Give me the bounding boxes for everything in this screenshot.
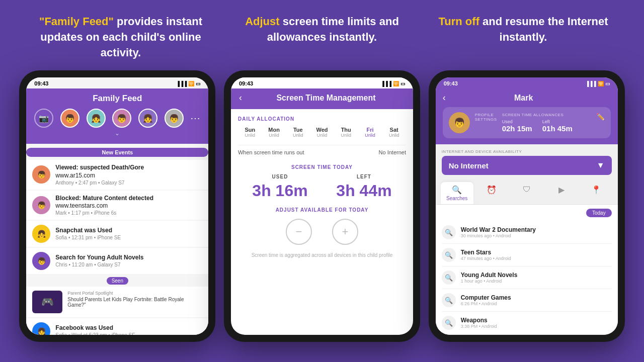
camera-icon[interactable]: 📷 [34, 109, 53, 128]
stt-used: USED 3h 16m [252, 174, 307, 200]
wifi-icon: 🛜 [188, 81, 194, 86]
avatar-1[interactable]: 👦 [60, 109, 79, 128]
day-mon-sub: Unlid [262, 133, 286, 138]
search-title-5: Weapons [461, 317, 497, 324]
internet-headline: Turn off and resume the Internet instant… [433, 14, 614, 45]
feed-sub-4: Chris • 11:20 am • Galaxy S7 [55, 262, 202, 267]
mark-info: PROFILESETTINGS SCREEN TIME ALLOWANCES U… [475, 113, 605, 133]
search-title-4: Computer Games [461, 294, 511, 301]
battery-icon3: ▭ [605, 81, 610, 86]
spotlight-item[interactable]: 🎮 Parent Portal Spotlight Should Parents… [26, 287, 208, 317]
profile-settings-label: PROFILESETTINGS [475, 113, 497, 122]
spotlight-label: Parent Portal Spotlight [67, 291, 202, 296]
day-thu-sub: Unlid [334, 133, 358, 138]
feed-title-2: Blocked: Mature Content detectedwww.teen… [55, 195, 202, 210]
st-row: Used 02h 15m Left 01h 45m [502, 119, 591, 133]
headline3-highlight: Turn off [439, 15, 479, 28]
screen-time-content: DAILY ALLOCATION Sun Unlid Mon Unlid Tue… [231, 109, 413, 335]
day-thu: Thu Unlid [334, 127, 358, 138]
minus-button[interactable]: − [286, 219, 312, 245]
screen-out-value: No Internet [379, 149, 406, 155]
tab-shield[interactable]: 🛡 [510, 182, 543, 204]
feed-title-4: Search for Young Adult Novels [55, 254, 202, 262]
wifi-icon2: 🛜 [393, 81, 399, 86]
spotlight-title: Should Parents Let Kids Play Fortnite: B… [67, 297, 202, 308]
days-row: Sun Unlid Mon Unlid Tue Unlid Wed Unlid [238, 127, 406, 138]
plus-button[interactable]: + [332, 219, 358, 245]
phone1-status-icons: ▐▐▐ 🛜 ▭ [176, 81, 200, 86]
feed-item-2[interactable]: 👦 Blocked: Mature Content detectedwww.te… [26, 191, 208, 220]
phones-row: 09:43 ▐▐▐ 🛜 ▭ Family Feed 📷 👦 👧 👦 👧 👦 [0, 70, 644, 362]
searches-content: Today 🔍 World War 2 Documentary 30 minut… [436, 205, 618, 335]
feed-avatar-2: 👦 [32, 196, 50, 214]
battery-icon2: ▭ [400, 81, 405, 86]
search-item-5[interactable]: 🔍 Weapons 3:38 PM • Android [442, 312, 612, 334]
tab-video[interactable]: ▶ [545, 182, 578, 204]
screen-time-app-header: ‹ Screen Time Management [231, 88, 413, 109]
avatar-5[interactable]: 👦 [165, 109, 184, 128]
edit-icon[interactable]: ✏️ [596, 113, 605, 121]
search-icon-3: 🔍 [442, 270, 456, 285]
feed-item-1[interactable]: 👦 Viewed: suspected Death/Gorewww.ar15.c… [26, 160, 208, 189]
battery-icon: ▭ [196, 81, 200, 86]
facebook-text: Facebook was Used Sofia • Wed at 6:23 pm… [55, 324, 202, 335]
avatars-row: 📷 👦 👧 👦 👧 👦 ⋯ [34, 109, 200, 128]
spotlight-text-block: Parent Portal Spotlight Should Parents L… [67, 291, 202, 313]
family-feed-title: Family Feed [34, 94, 200, 104]
search-item-1[interactable]: 🔍 World War 2 Documentary 30 minutes ago… [442, 221, 612, 244]
new-events-badge: New Events [26, 148, 208, 157]
stt-label: SCREEN TIME TODAY [238, 164, 406, 170]
internet-section: INTERNET AND DEVICE AVAILABILITY No Inte… [436, 144, 618, 179]
search-title-2: Teen Stars [461, 249, 511, 256]
internet-dropdown[interactable]: No Internet ▼ [442, 156, 612, 175]
search-item-4[interactable]: 🔍 Computer Games 6:26 PM • Android [442, 289, 612, 312]
headline2-rest: screen time limits and allowances instan… [267, 15, 399, 43]
wifi-icon3: 🛜 [598, 81, 604, 86]
phone1-inner: 09:43 ▐▐▐ 🛜 ▭ Family Feed 📷 👦 👧 👦 👧 👦 [26, 77, 208, 335]
screen-out-row: When screen time runs out No Internet [238, 145, 406, 159]
tab-location[interactable]: 📍 [580, 182, 612, 204]
search-item-3[interactable]: 🔍 Young Adult Novels 1 hour ago • Androi… [442, 266, 612, 289]
feed-item-3[interactable]: 👧 Snapchat was Used Sofia • 12:31 pm • i… [26, 221, 208, 247]
stt-left-label: LEFT [336, 174, 391, 179]
st-allowances-label: SCREEN TIME ALLOWANCES [502, 113, 591, 117]
search-sub-3: 1 hour ago • Android [461, 279, 518, 284]
day-fri[interactable]: Fri Unlid [358, 127, 382, 138]
phone2-status-bar: 09:43 ▐▐▐ 🛜 ▭ [231, 77, 413, 88]
phone-mark: 09:43 ▐▐▐ 🛜 ▭ ‹ Mark 👦 [429, 70, 625, 342]
facebook-item[interactable]: 👧 Facebook was Used Sofia • Wed at 6:23 … [26, 318, 208, 335]
day-fri-sub: Unlid [358, 133, 382, 138]
feed-text-3: Snapchat was Used Sofia • 12:31 pm • iPh… [55, 227, 202, 240]
phone1-time: 09:43 [34, 80, 48, 86]
search-icon-1: 🔍 [442, 225, 456, 239]
search-item-2[interactable]: 🔍 Teen Stars 47 minutes ago • Android [442, 244, 612, 266]
avatar-4[interactable]: 👧 [138, 109, 157, 128]
feed-content: New Events 👦 Viewed: suspected Death/Gor… [26, 144, 208, 335]
avatar-2[interactable]: 👧 [87, 109, 106, 128]
search-text-4: Computer Games 6:26 PM • Android [461, 294, 511, 306]
phone-family-feed: 09:43 ▐▐▐ 🛜 ▭ Family Feed 📷 👦 👧 👦 👧 👦 [19, 70, 215, 342]
profile-settings-section: PROFILESETTINGS [475, 113, 497, 124]
family-feed-app-header: Family Feed 📷 👦 👧 👦 👧 👦 ⋯ ⌄ [26, 88, 208, 144]
headline2-highlight: Adjust [245, 15, 279, 28]
facebook-meta: Sofia • Wed at 6:23 pm • iPhone SE [55, 332, 202, 335]
day-wed: Wed Unlid [310, 127, 334, 138]
tab-clock[interactable]: ⏰ [475, 182, 508, 204]
feed-sub-3: Sofia • 12:31 pm • iPhone SE [55, 235, 202, 240]
feed-item-4[interactable]: 👦 Search for Young Adult Novels Chris • … [26, 248, 208, 274]
avatar-3[interactable]: 👦 [112, 109, 131, 128]
feed-title-1: Viewed: suspected Death/Gorewww.ar15.com [55, 164, 202, 179]
mark-back-button[interactable]: ‹ [443, 93, 446, 103]
mark-child-name: Mark [514, 94, 533, 103]
feed-avatar-1: 👦 [32, 165, 50, 184]
mark-avatar: 👦 [449, 112, 470, 133]
more-options-icon[interactable]: ⋯ [190, 112, 200, 124]
day-sat-sub: Unlid [382, 133, 406, 138]
tab-searches[interactable]: 🔍 Searches [441, 182, 473, 204]
filter-button[interactable]: Today [586, 209, 612, 217]
location-tab-icon: 📍 [591, 185, 601, 195]
back-button[interactable]: ‹ [239, 93, 242, 103]
feed-sub-1: Anthony • 2:47 pm • Galaxy S7 [55, 180, 202, 186]
screen-time-title: Screen Time Management [247, 94, 405, 103]
internet-label: INTERNET AND DEVICE AVAILABILITY [442, 149, 612, 154]
